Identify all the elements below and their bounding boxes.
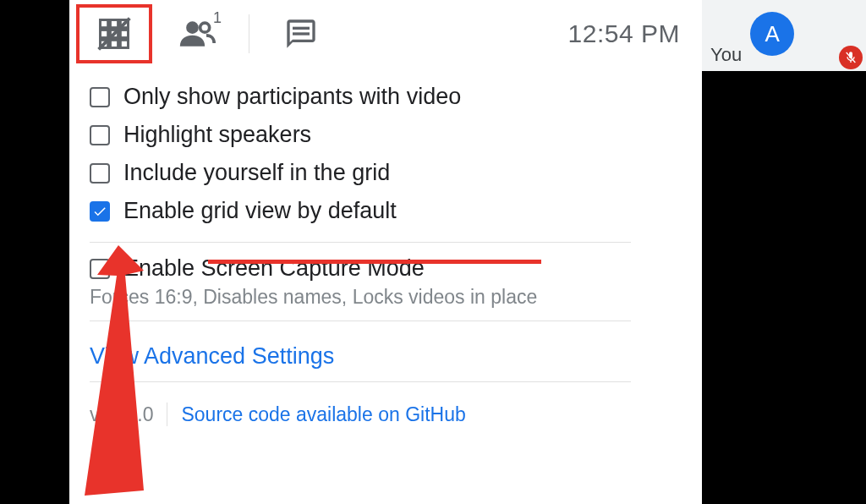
svg-rect-0: [101, 20, 108, 28]
annotation-underline: [208, 260, 541, 264]
option-include-self: Include yourself in the grid: [90, 154, 702, 192]
settings-panel: 1 12:54 PM Only show participants with v…: [69, 0, 702, 504]
participants-count: 1: [213, 9, 222, 27]
you-label: You: [710, 44, 742, 68]
option-enable-grid-default: Enable grid view by default: [90, 192, 702, 230]
option-label: Enable grid view by default: [123, 198, 397, 224]
svg-rect-7: [110, 40, 118, 47]
source-code-link[interactable]: Source code available on GitHub: [181, 403, 465, 426]
svg-rect-12: [293, 27, 310, 30]
clock: 12:54 PM: [568, 19, 680, 48]
option-highlight-speakers: Highlight speakers: [90, 116, 702, 154]
screen-capture-description: Forces 16:9, Disables names, Locks video…: [69, 286, 702, 309]
svg-rect-8: [120, 40, 128, 47]
options-list: Only show participants with video Highli…: [69, 68, 702, 230]
option-label: Include yourself in the grid: [123, 160, 390, 186]
self-video-tile: You A: [702, 0, 866, 71]
svg-point-11: [200, 23, 210, 32]
participants-button[interactable]: 1: [159, 4, 235, 63]
checkbox[interactable]: [90, 163, 110, 184]
version-label: v1.39.0: [90, 403, 153, 426]
people-icon: [178, 15, 216, 52]
option-only-video: Only show participants with video: [90, 78, 702, 116]
divider: [90, 320, 631, 321]
topbar: 1 12:54 PM: [69, 0, 702, 68]
checkbox[interactable]: [90, 87, 110, 107]
mic-off-icon: [844, 51, 858, 64]
option-screen-capture: Enable Screen Capture Mode: [69, 249, 702, 288]
svg-rect-5: [120, 30, 128, 37]
divider: [90, 381, 631, 382]
checkbox[interactable]: [90, 125, 110, 145]
chat-icon: [284, 17, 318, 51]
option-label: Highlight speakers: [123, 122, 311, 148]
checkbox[interactable]: [90, 201, 110, 222]
divider: [167, 403, 167, 426]
divider: [249, 14, 249, 53]
svg-rect-1: [110, 20, 118, 28]
avatar: A: [750, 12, 794, 56]
svg-rect-3: [101, 30, 108, 37]
footer: v1.39.0 Source code available on GitHub: [69, 389, 702, 426]
grid-view-off-icon: [96, 15, 133, 52]
view-advanced-settings-link[interactable]: View Advanced Settings: [90, 343, 334, 369]
option-label: Only show participants with video: [123, 84, 461, 110]
grid-view-toggle-button[interactable]: [76, 4, 152, 63]
checkbox[interactable]: [90, 259, 110, 279]
chat-button[interactable]: [263, 4, 339, 63]
svg-point-10: [186, 21, 199, 34]
advanced-settings-row: View Advanced Settings: [69, 328, 702, 370]
check-icon: [92, 204, 107, 219]
divider: [90, 242, 631, 243]
svg-rect-13: [293, 32, 310, 35]
svg-line-9: [99, 19, 130, 50]
mic-muted-badge: [839, 46, 863, 69]
